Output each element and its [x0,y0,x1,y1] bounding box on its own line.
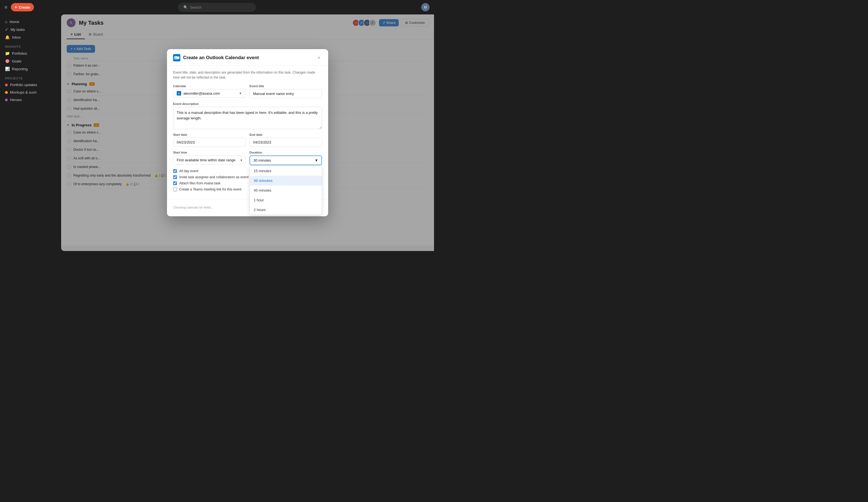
outlook-icon: O [173,54,180,61]
sidebar-item-inbox[interactable]: 🔔 Inbox [2,33,59,41]
sidebar-item-label: My tasks [11,28,25,32]
form-group-calendar: Calendar O alexmiller@asana.com ▼ [173,84,246,98]
goals-icon: 🎯 [5,59,10,63]
outlook-calendar-modal: O Create an Outlook Calendar event × Eve… [167,49,328,216]
content-area: A My Tasks A B C 5 ↗ Share ⊞ Cus [61,14,434,251]
form-group-start-time: Start time First available time within d… [173,151,246,165]
sidebar-item-label: Portfolio updates [10,83,37,87]
sidebar-item-label: Mockups & such [10,90,37,94]
all-day-checkbox[interactable] [173,169,177,173]
modal-header: O Create an Outlook Calendar event × [167,49,328,65]
form-group-event-description: Event description This is a manual descr… [173,102,322,129]
user-avatar-top[interactable]: U [421,3,430,11]
modal-title: Create an Outlook Calendar event [183,55,313,61]
modal-backdrop: O Create an Outlook Calendar event × Eve… [61,14,434,251]
event-description-label: Event description [173,102,322,105]
invite-task-label: Invite task assignee and collaborators a… [179,175,254,179]
sidebar-item-label: Heroes [10,98,22,102]
all-day-label: All day event [179,169,198,173]
calendar-select[interactable]: O alexmiller@asana.com ▼ [173,89,246,97]
modal-close-button[interactable]: × [316,54,322,61]
project-dot [5,91,8,94]
duration-option-45min[interactable]: 45 minutes [250,186,322,195]
check-icon: ✓ [5,27,8,32]
portfolios-icon: 📁 [5,51,10,55]
search-bar[interactable]: 🔍 Search [178,3,256,12]
create-button[interactable]: + Create [11,3,34,11]
event-title-label: Event title [249,84,322,88]
sidebar-item-mockups[interactable]: Mockups & such [2,88,59,96]
duration-option-15min[interactable]: 15 minutes [250,166,322,176]
home-icon: ⌂ [5,19,7,24]
teams-link-checkbox[interactable] [173,187,177,191]
form-group-start-date: Start date [173,133,246,147]
duration-label: Duration [249,151,322,154]
duration-dropdown-menu: 15 minutes 30 minutes 45 minutes 1 hour … [249,166,322,215]
start-time-label: Start time [173,151,246,154]
sidebar-item-my-tasks[interactable]: ✓ My tasks [2,25,59,33]
sidebar-item-goals[interactable]: 🎯 Goals [2,57,59,65]
attach-files-checkbox[interactable] [173,181,177,185]
attach-files-label: Attach files from Asana task [179,181,220,185]
form-group-event-title: Event title [249,84,322,98]
event-description-textarea[interactable]: This is a manual description that has be… [173,107,322,129]
duration-dropdown-trigger[interactable]: 30 minutes ▼ [249,156,322,165]
svg-text:O: O [178,93,180,94]
menu-icon[interactable]: ≡ [4,4,8,10]
calendar-label: Calendar [173,84,246,88]
form-group-end-date: End date [249,133,322,147]
modal-description-text: Event title, date, and description are g… [173,70,322,80]
sidebar-item-label: Inbox [12,35,21,40]
modal-body: Event title, date, and description are g… [167,65,328,198]
sidebar-item-reporting[interactable]: 📊 Reporting [2,65,59,73]
duration-value: 30 minutes [254,158,271,163]
main-layout: ⌂ Home ✓ My tasks 🔔 Inbox Insights 📁 Por… [0,14,434,251]
sidebar-item-label: Reporting [12,67,28,71]
sidebar-item-portfolio-updates[interactable]: Portfolio updates [2,81,59,88]
reporting-icon: 📊 [5,67,10,71]
start-time-select-wrapper: First available time within date range ▼ [173,156,246,165]
svg-text:O: O [175,57,177,60]
start-time-select[interactable]: First available time within date range [173,156,246,165]
invite-task-checkbox[interactable] [173,175,177,179]
outlook-mini-icon: O [177,91,181,95]
form-row-time-duration: Start time First available time within d… [173,151,322,165]
teams-link-label: Create a Teams meeting link for this eve… [179,187,241,191]
insights-section-label: Insights [2,41,59,50]
duration-option-30min[interactable]: 30 minutes [250,176,322,186]
sidebar-item-portfolios[interactable]: 📁 Portfolios [2,50,59,57]
sidebar-item-label: Home [9,20,19,24]
plus-icon: + [15,5,17,10]
topbar: ≡ + Create 🔍 Search U [0,0,434,14]
duration-option-1hr[interactable]: 1 hour [250,195,322,205]
projects-section-label: Projects [2,73,59,81]
form-group-duration: Duration 30 minutes ▼ 15 minutes 30 minu… [249,151,322,165]
form-row-dates: Start date End date [173,133,322,147]
project-dot [5,84,8,86]
sidebar-item-label: Goals [12,59,21,63]
svg-rect-4 [177,56,179,59]
start-date-input[interactable] [173,138,246,147]
duration-option-2hr[interactable]: 2 hours [250,205,322,215]
form-row-calendar-title: Calendar O alexmiller@asana.com ▼ [173,84,322,98]
inbox-icon: 🔔 [5,35,10,40]
create-label: Create [19,5,30,9]
sidebar-item-heroes[interactable]: Heroes [2,96,59,104]
sidebar: ⌂ Home ✓ My tasks 🔔 Inbox Insights 📁 Por… [0,14,61,251]
chevron-down-icon: ▼ [239,92,242,95]
search-icon: 🔍 [183,5,188,9]
sidebar-item-home[interactable]: ⌂ Home [2,18,59,25]
project-dot [5,98,8,101]
footer-status: Checking calendar for fields... [173,206,214,209]
calendar-email-value: alexmiller@asana.com [183,91,237,95]
end-date-label: End date [249,133,322,136]
sidebar-item-label: Portfolios [12,51,27,55]
chevron-down-icon: ▼ [314,158,318,163]
search-placeholder: Search [190,5,202,9]
event-title-input[interactable] [249,89,322,98]
start-date-label: Start date [173,133,246,136]
end-date-input[interactable] [249,138,322,147]
